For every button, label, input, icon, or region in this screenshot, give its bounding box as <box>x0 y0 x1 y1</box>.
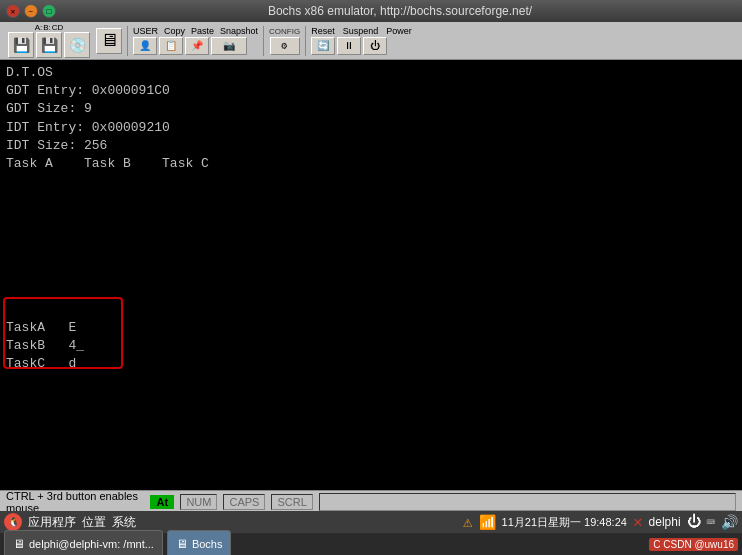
status-bar: CTRL + 3rd button enables mouse At NUM C… <box>0 490 742 512</box>
floppy-a-button[interactable]: 💾 <box>8 32 34 58</box>
screen-line-6 <box>6 173 736 191</box>
suspend-label: Suspend <box>343 26 379 36</box>
config-button[interactable]: ⚙ <box>270 37 300 55</box>
a-label: A: <box>35 23 43 32</box>
title-bar: ✕ − □ Bochs x86 emulator, http://bochs.s… <box>0 0 742 22</box>
screen-line-1: GDT Entry: 0x000091C0 <box>6 82 736 100</box>
screen-line-0: D.T.OS <box>6 64 736 82</box>
window-controls[interactable]: ✕ − □ <box>6 4 56 18</box>
snapshot-button[interactable]: 📷 <box>211 37 247 55</box>
reset-button[interactable]: 🔄 <box>311 37 335 55</box>
cd-button[interactable]: 💿 <box>64 32 90 58</box>
app-menu-system[interactable]: 系统 <box>112 514 136 531</box>
close-notification-button[interactable]: ✕ <box>633 512 643 532</box>
paste-label: Paste <box>191 26 214 36</box>
screen-content: D.T.OSGDT Entry: 0x000091C0GDT Size: 9ID… <box>6 64 736 373</box>
separator-2 <box>263 26 264 56</box>
screen-line-7 <box>6 191 736 209</box>
maximize-button[interactable]: □ <box>42 4 56 18</box>
warning-icon: ⚠ <box>463 512 473 532</box>
bochs-window-icon: 🖥 <box>176 537 188 551</box>
window-btn-delphi[interactable]: 🖥 delphi@delphi-vm: /mnt... <box>4 530 163 555</box>
snapshot-label: Snapshot <box>220 26 258 36</box>
screen-line-9 <box>6 228 736 246</box>
copy-button[interactable]: 📋 <box>159 37 183 55</box>
network-button[interactable]: 🖥 <box>96 28 122 54</box>
config-label: CONFIG <box>269 27 300 36</box>
screen-line-10 <box>6 246 736 264</box>
at-indicator: At <box>150 495 174 509</box>
screen-line-8 <box>6 210 736 228</box>
app-menu-apps[interactable]: 应用程序 <box>28 514 76 531</box>
num-indicator: NUM <box>180 494 217 510</box>
csdn-icon: C <box>653 539 660 550</box>
paste-button[interactable]: 📌 <box>185 37 209 55</box>
user-label: USER <box>133 26 158 36</box>
delphi-window-icon: 🖥 <box>13 537 25 551</box>
linux-icon[interactable]: 🐧 <box>4 513 22 531</box>
screen-line-5: Task A Task B Task C <box>6 155 736 173</box>
screen-line-12 <box>6 282 736 300</box>
minimize-button[interactable]: − <box>24 4 38 18</box>
keyboard-icon: ⌨ <box>707 514 715 531</box>
wifi-icon: 📶 <box>479 514 496 531</box>
reset-label: Reset <box>311 26 335 36</box>
screen-line-4: IDT Size: 256 <box>6 137 736 155</box>
volume-icon: 🔊 <box>721 514 738 531</box>
suspend-button[interactable]: ⏸ <box>337 37 361 55</box>
close-button[interactable]: ✕ <box>6 4 20 18</box>
bochs-window-label: Bochs <box>192 538 223 550</box>
power-icon[interactable]: ⏻ <box>687 514 701 530</box>
delphi-label: delphi <box>649 515 681 529</box>
datetime: 11月21日星期一 19:48:24 <box>502 515 627 530</box>
taskbar-lower: 🖥 delphi@delphi-vm: /mnt... 🖥 Bochs C CS… <box>0 533 742 555</box>
screen-line-2: GDT Size: 9 <box>6 100 736 118</box>
scrl-indicator: SCRL <box>271 494 312 510</box>
power-button[interactable]: ⏻ <box>363 37 387 55</box>
separator-1 <box>127 26 128 56</box>
screen-line-16: TaskC d <box>6 355 736 373</box>
cd-label: CD <box>52 23 64 32</box>
user-button[interactable]: 👤 <box>133 37 157 55</box>
caps-indicator: CAPS <box>223 494 265 510</box>
floppy-b-button[interactable]: 💾 <box>36 32 62 58</box>
screen-line-14: TaskA E <box>6 319 736 337</box>
status-hint: CTRL + 3rd button enables mouse <box>6 490 144 514</box>
copy-label: Copy <box>164 26 185 36</box>
window-title: Bochs x86 emulator, http://bochs.sourcef… <box>64 4 736 18</box>
window-btn-bochs[interactable]: 🖥 Bochs <box>167 530 232 555</box>
screen-line-13 <box>6 300 736 318</box>
power-label: Power <box>386 26 412 36</box>
separator-3 <box>305 26 306 56</box>
app-menu-places[interactable]: 位置 <box>82 514 106 531</box>
status-extra <box>319 493 736 511</box>
delphi-window-label: delphi@delphi-vm: /mnt... <box>29 538 154 550</box>
screen-line-11 <box>6 264 736 282</box>
toolbar: A: B: CD 💾 💾 💿 🖥 USER Copy Paste Snapsho… <box>0 22 742 60</box>
emulator-screen: D.T.OSGDT Entry: 0x000091C0GDT Size: 9ID… <box>0 60 742 490</box>
csdn-badge: C CSDN @uwu16 <box>649 538 738 551</box>
screen-line-15: TaskB 4_ <box>6 337 736 355</box>
disk-icons: A: B: CD 💾 💾 💿 <box>4 23 94 58</box>
screen-line-3: IDT Entry: 0x00009210 <box>6 119 736 137</box>
csdn-label: CSDN @uwu16 <box>663 539 734 550</box>
b-label: B: <box>43 23 51 32</box>
